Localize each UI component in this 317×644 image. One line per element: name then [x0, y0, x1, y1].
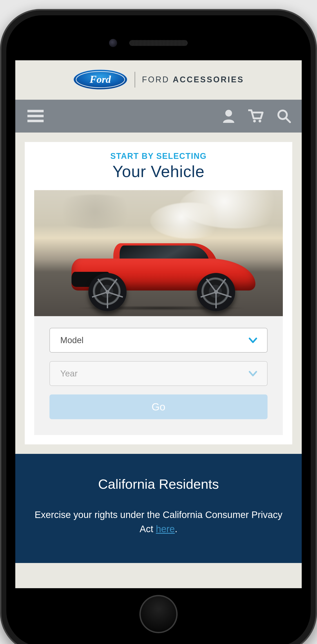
- svg-point-5: [225, 110, 232, 116]
- go-button[interactable]: Go: [49, 394, 268, 419]
- ccpa-link[interactable]: here: [156, 524, 175, 534]
- svg-rect-3: [27, 115, 44, 117]
- brand-title: FORD ACCESSORIES: [142, 75, 244, 84]
- brand-title-bold: ACCESSORIES: [173, 75, 244, 84]
- menu-button[interactable]: [27, 110, 44, 122]
- phone-bezel: Ford FORD ACCESSORIES: [6, 15, 311, 644]
- selector-subtitle: START BY SELECTING: [25, 152, 292, 161]
- hero-image-wrap: [34, 190, 283, 316]
- year-select-label: Year: [60, 369, 77, 378]
- brand-header: Ford FORD ACCESSORIES: [15, 60, 302, 100]
- chevron-down-icon: [248, 336, 258, 345]
- phone-frame: Ford FORD ACCESSORIES: [0, 9, 317, 644]
- svg-line-9: [286, 118, 290, 122]
- account-button[interactable]: [223, 109, 235, 123]
- model-select-label: Model: [60, 336, 84, 345]
- ccpa-title: California Residents: [29, 476, 288, 492]
- svg-rect-2: [27, 110, 44, 112]
- selector-form: Model Year Go: [34, 316, 283, 435]
- ccpa-text: Exercise your rights under the Californi…: [29, 508, 288, 536]
- hero-car-image: [34, 190, 283, 316]
- svg-point-7: [259, 120, 261, 122]
- ccpa-period: .: [175, 524, 177, 534]
- model-select[interactable]: Model: [49, 328, 268, 352]
- search-icon: [277, 109, 291, 123]
- cart-button[interactable]: [248, 109, 264, 123]
- chevron-down-icon: [248, 369, 258, 378]
- ford-logo-script: Ford: [89, 74, 111, 85]
- logo-divider: [135, 72, 135, 88]
- screen: Ford FORD ACCESSORIES: [15, 60, 302, 588]
- phone-home-button: [139, 595, 178, 633]
- phone-camera: [109, 39, 117, 47]
- svg-point-6: [253, 120, 256, 122]
- cart-icon: [248, 109, 264, 123]
- account-icon: [223, 109, 235, 123]
- search-button[interactable]: [277, 109, 291, 123]
- menu-icon: [27, 110, 44, 122]
- vehicle-selector-card: START BY SELECTING Your Vehicle: [25, 142, 292, 444]
- year-select[interactable]: Year: [49, 361, 268, 386]
- brand-title-light: FORD: [142, 75, 169, 84]
- content-area: START BY SELECTING Your Vehicle: [15, 132, 302, 454]
- navbar: [15, 100, 302, 132]
- selector-title: Your Vehicle: [25, 162, 292, 181]
- ccpa-section: California Residents Exercise your right…: [15, 454, 302, 563]
- ford-logo: Ford: [73, 69, 128, 90]
- phone-speaker: [129, 40, 188, 46]
- svg-rect-4: [27, 120, 44, 122]
